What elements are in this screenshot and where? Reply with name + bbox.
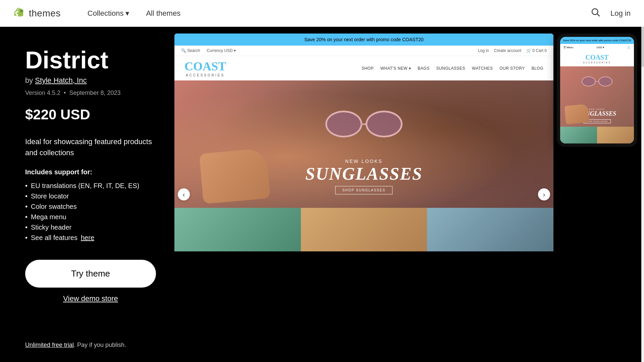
- theme-author: by Style Hatch, Inc: [25, 76, 156, 85]
- thumb-item-3: [427, 208, 553, 251]
- feature-item: Color swatches: [25, 201, 156, 212]
- header-actions: Log in: [590, 7, 631, 19]
- nav-all-themes[interactable]: All themes: [146, 9, 180, 18]
- feature-item: Store locator: [25, 191, 156, 201]
- svg-line-1: [597, 14, 600, 16]
- feature-item: EU translations (EN, FR, IT, DE, ES): [25, 181, 156, 191]
- mobile-thumb-row: [560, 127, 634, 143]
- hero-shop-btn: SHOP SUNGLASSES: [335, 186, 393, 194]
- mobile-logo-area: COAST ACCESSORIES: [560, 51, 634, 66]
- mobile-hero: NEW LOOKS SUNGLASSES SHOP SUNGLASSES: [560, 66, 634, 127]
- feature-item: Mega menu: [25, 212, 156, 222]
- nav-collections[interactable]: Collections ▾: [88, 9, 129, 18]
- theme-title: District: [25, 47, 156, 73]
- preview-top-nav: 🔍 Search Currency USD ▾ Log in Create ac…: [174, 46, 553, 56]
- chevron-down-icon: ▾: [125, 9, 129, 18]
- right-panel: Save 20% on your next order with promo c…: [174, 27, 644, 362]
- preview-nav-right: Log in Create account 🛒 0 Cart 0: [478, 48, 547, 53]
- features-link[interactable]: here: [81, 234, 94, 242]
- arrow-right-icon: ›: [543, 191, 545, 198]
- header-nav: Collections ▾ All themes: [88, 9, 180, 18]
- search-button[interactable]: [590, 7, 600, 19]
- trial-link[interactable]: Unlimited free trial: [25, 342, 74, 348]
- hero-bag-prop: [199, 148, 270, 204]
- header: themes Collections ▾ All themes Log in: [0, 0, 644, 27]
- logo[interactable]: themes: [13, 7, 61, 19]
- author-link[interactable]: Style Hatch, Inc: [35, 76, 87, 84]
- features-section: Includes support for: EU translations (E…: [25, 168, 156, 243]
- left-panel: District by Style Hatch, Inc Version 4.5…: [0, 27, 174, 362]
- try-theme-button[interactable]: Try theme: [25, 260, 156, 288]
- mobile-inner: Save 20% on your next order with promo c…: [560, 37, 634, 143]
- mobile-nav: ☰ Menu USD ▾ 🛒: [560, 44, 634, 51]
- thumb-item-2: [301, 208, 427, 251]
- svg-point-0: [592, 9, 598, 15]
- desktop-preview: Save 20% on your next order with promo c…: [174, 34, 553, 251]
- mobile-thumb-1: [560, 127, 597, 143]
- arrow-left-icon: ‹: [183, 191, 185, 198]
- preview-nav-left: 🔍 Search Currency USD ▾: [181, 48, 236, 53]
- theme-meta: Version 4.5.2 • September 8, 2023: [25, 89, 156, 97]
- hero-text-overlay: NEW LOOKS SUNGLASSES SHOP SUNGLASSES: [305, 159, 422, 194]
- theme-price: $220 USD: [25, 107, 156, 123]
- mobile-thumb-2: [597, 127, 634, 143]
- view-demo-link[interactable]: View demo store: [25, 294, 156, 303]
- hero-product-text: SUNGLASSES: [305, 165, 422, 183]
- hero-sunglasses-prop: [325, 111, 402, 137]
- mobile-preview: Save 20% on your next order with promo c…: [557, 34, 637, 147]
- feature-item: See all features here: [25, 233, 156, 243]
- prev-arrow[interactable]: ‹: [178, 188, 190, 200]
- shopify-logo-icon: [13, 7, 25, 19]
- preview-thumbnails: [174, 208, 553, 251]
- preview-logo-area: COAST ACCESSORIES SHOP WHAT'S NEW ▾ BAGS…: [174, 56, 553, 80]
- preview-logo: COAST ACCESSORIES: [184, 59, 226, 77]
- features-title: Includes support for:: [25, 168, 156, 176]
- feature-item: Sticky header: [25, 222, 156, 233]
- login-button[interactable]: Log in: [610, 9, 631, 18]
- thumb-item-1: [174, 208, 301, 251]
- announcement-bar: Save 20% on your next order with promo c…: [174, 34, 553, 46]
- search-icon: [590, 7, 600, 19]
- trial-info: Unlimited free trial. Pay if you publish…: [25, 335, 156, 349]
- next-arrow[interactable]: ›: [538, 188, 550, 200]
- main-content: District by Style Hatch, Inc Version 4.5…: [0, 27, 644, 362]
- theme-description: Ideal for showcasing featured products a…: [25, 136, 156, 158]
- scrollbar-track: [641, 0, 644, 362]
- preview-hero: NEW LOOKS SUNGLASSES SHOP SUNGLASSES: [174, 80, 553, 208]
- logo-text: themes: [29, 8, 61, 19]
- features-list: EU translations (EN, FR, IT, DE, ES) Sto…: [25, 181, 156, 243]
- preview-main-nav: SHOP WHAT'S NEW ▾ BAGS SUNGLASSES WATCHE…: [362, 66, 543, 71]
